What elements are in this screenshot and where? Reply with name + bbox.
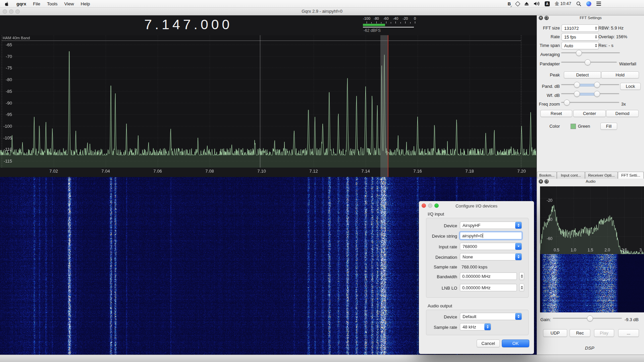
meter-tick: [391, 22, 391, 23]
color-swatch[interactable]: [571, 124, 576, 129]
dock-tab-bar: Bookm... Input cont... Receiver Opti... …: [537, 172, 644, 179]
freq-zoom-label: Freq zoom: [537, 102, 560, 107]
freq-zoom-slider[interactable]: [561, 100, 619, 105]
rate-label: Rate: [537, 34, 560, 39]
rbw-text: RBW: 5.9 Hz: [598, 25, 624, 31]
dialog-title: Configure I/O devices: [419, 203, 534, 208]
fft-settings-header: ✕ ❐ FFT Settings: [537, 15, 644, 21]
audio-spectrum-plot[interactable]: [540, 186, 644, 254]
waterfall-range-slider[interactable]: [561, 91, 619, 96]
diamond-icon[interactable]: [516, 0, 520, 7]
frequency-display[interactable]: 7.147.000: [144, 17, 232, 33]
fill-button[interactable]: Fill: [600, 123, 617, 130]
menu-file[interactable]: File: [30, 0, 44, 7]
decimation-combo[interactable]: None: [460, 253, 522, 260]
audio-x-tick-label: 1.0: [568, 248, 580, 252]
audio-header: ✕ ❐ Audio: [537, 179, 644, 185]
apple-menu[interactable]: [0, 0, 13, 7]
input-rate-label: Input rate: [428, 244, 457, 249]
audio-waterfall[interactable]: [540, 254, 644, 312]
pandapter-waterfall-slider[interactable]: [561, 59, 617, 65]
siri-icon[interactable]: [586, 1, 591, 6]
dsp-label: DSP: [585, 346, 594, 351]
lnb-lo-stepper[interactable]: [519, 284, 524, 292]
reset-button[interactable]: Reset: [540, 110, 572, 117]
audio-x-tick-label: 3.: [635, 248, 644, 252]
tab-bookmarks[interactable]: Bookm...: [537, 172, 557, 179]
gain-slider[interactable]: [553, 315, 622, 321]
play-button[interactable]: Play: [594, 329, 614, 337]
spotlight-icon[interactable]: [576, 0, 581, 7]
demod-button[interactable]: Demod: [606, 110, 639, 117]
fft-size-combo[interactable]: 131072: [561, 24, 599, 32]
volume-icon[interactable]: [534, 0, 540, 7]
tab-fft-settings[interactable]: FFT Setti...: [618, 172, 644, 179]
stepper-icon: [515, 222, 522, 229]
stepper-icon: [515, 313, 522, 320]
waterfall-label: Waterfall: [619, 61, 636, 66]
ok-button[interactable]: OK: [502, 340, 529, 347]
window-title-bar: Gqrx 2.9 - airspyhf=0: [0, 7, 644, 15]
window-bottom-edge: [0, 355, 644, 362]
filter-bandwidth-band[interactable]: [380, 35, 388, 177]
band-plan-line: [2, 41, 521, 41]
udp-button[interactable]: UDP: [543, 329, 567, 337]
x-tick-label: 7.12: [306, 169, 322, 174]
device-combo[interactable]: AirspyHF: [460, 222, 522, 229]
decimation-label: Decimation: [428, 255, 457, 260]
menu-tools[interactable]: Tools: [44, 0, 61, 7]
rate-combo[interactable]: 15 fps: [561, 33, 599, 41]
stepper-icon: [595, 35, 597, 39]
averaging-slider[interactable]: [561, 50, 620, 55]
eject-icon[interactable]: [525, 0, 529, 7]
bandwidth-input[interactable]: 0.000000 MHz: [460, 273, 517, 280]
x-tick-label: 7.18: [462, 169, 478, 174]
time-span-combo[interactable]: Auto: [561, 42, 599, 49]
sample-rate-value: 768.000 ksps: [462, 264, 487, 269]
device-string-input[interactable]: airspyhf=0: [460, 232, 522, 239]
peak-label: Peak: [537, 72, 560, 77]
pandapter-label: Pandapter: [537, 61, 560, 66]
gain-label: Gain:: [540, 317, 551, 322]
meter-tick: [400, 22, 401, 23]
output-sample-rate-combo[interactable]: 48 kHz: [460, 323, 491, 330]
x-tick-label: 7.08: [202, 169, 218, 174]
stepper-icon: [515, 253, 522, 260]
input-rate-combo[interactable]: 768000: [460, 243, 522, 250]
meter-tick: [386, 21, 386, 23]
y-tick-label: -105: [1, 135, 12, 140]
notification-center-icon[interactable]: [596, 0, 601, 7]
y-tick-label: -110: [1, 147, 12, 152]
pandapter-range-slider[interactable]: [561, 82, 619, 87]
tab-receiver-options[interactable]: Receiver Opti...: [585, 172, 618, 179]
panel-title: Audio: [537, 179, 644, 183]
rec-button[interactable]: Rec: [570, 329, 590, 337]
meter-tick: [367, 21, 367, 23]
output-device-combo[interactable]: Default: [460, 313, 522, 320]
spectrum-plot[interactable]: [0, 35, 537, 168]
menu-app[interactable]: gqrx: [13, 0, 30, 7]
peak-hold-button[interactable]: Hold: [601, 71, 639, 78]
bandwidth-stepper[interactable]: [519, 272, 524, 280]
menu-view[interactable]: View: [61, 0, 77, 7]
y-tick-label: -85: [1, 89, 12, 94]
tab-input-controls[interactable]: Input cont...: [557, 172, 585, 179]
color-name: Green: [578, 124, 590, 129]
peak-detect-button[interactable]: Detect: [564, 71, 601, 78]
input-source-icon[interactable]: A: [545, 1, 550, 6]
more-button[interactable]: ...: [618, 329, 639, 337]
lnb-lo-input[interactable]: 0.000000 MHz: [460, 284, 517, 291]
wf-db-label: Wf. dB: [537, 93, 560, 98]
stepper-icon: [595, 26, 597, 30]
center-button[interactable]: Center: [573, 110, 606, 117]
b-badge-icon[interactable]: B✓: [507, 0, 511, 7]
cancel-button[interactable]: Cancel: [477, 340, 500, 347]
menu-help[interactable]: Help: [77, 0, 94, 7]
freq-zoom-value: 3x: [621, 102, 626, 107]
y-tick-label: -70: [1, 54, 12, 59]
menu-clock[interactable]: 金 10:47: [555, 0, 571, 7]
tuned-frequency-line[interactable]: [388, 35, 388, 177]
y-tick-label: -95: [1, 112, 12, 117]
res-text: Res: - s: [598, 43, 613, 48]
lock-button[interactable]: Lock: [620, 83, 641, 90]
